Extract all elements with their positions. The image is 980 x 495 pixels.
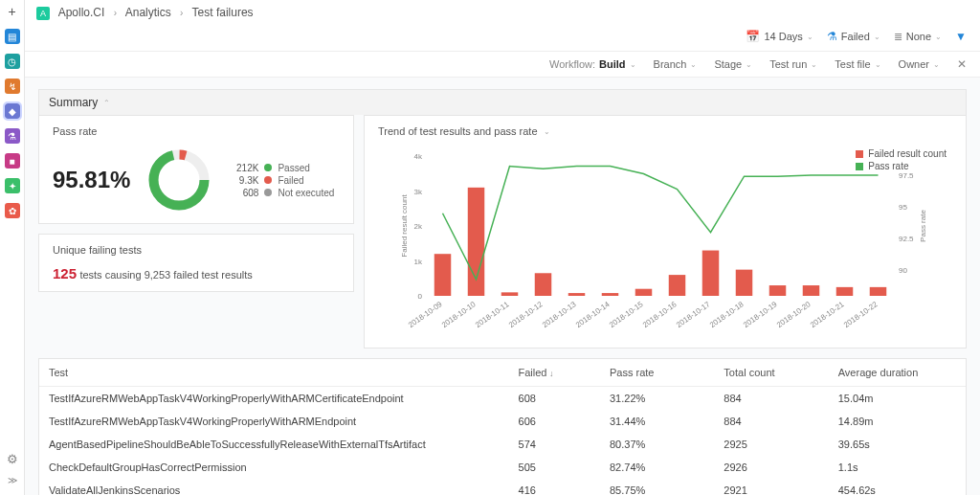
nav-item2-icon[interactable]: ✦ (5, 178, 20, 193)
cell-passrate: 85.75% (600, 479, 714, 495)
card-title[interactable]: Trend of test results and pass rate ⌄ (378, 125, 952, 137)
table-row[interactable]: TestIfAzureRMWebAppTaskV4WorkingProperly… (39, 387, 966, 411)
svg-text:95: 95 (899, 203, 907, 212)
content-scroll: Summary ⌃ Pass rate 95.81% (25, 78, 980, 495)
pass-rate-value: 95.81% (53, 167, 130, 193)
cell-total: 2926 (714, 456, 828, 479)
card-title: Pass rate (53, 125, 340, 137)
date-range-picker[interactable]: 📅 14 Days ⌄ (746, 30, 813, 43)
nav-item3-icon[interactable]: ✿ (5, 203, 20, 218)
svg-text:2k: 2k (414, 222, 423, 231)
legend-swatch-green (856, 163, 863, 170)
svg-rect-16 (568, 293, 586, 296)
legend-swatch-red (856, 150, 863, 158)
filter-owner[interactable]: Owner⌄ (899, 58, 940, 70)
crumb-page: Test failures (192, 6, 254, 19)
cell-avg: 14.89m (829, 410, 966, 433)
collapse-icon[interactable]: ≫ (5, 472, 20, 487)
svg-text:2018-10-19: 2018-10-19 (742, 300, 779, 329)
table-row[interactable]: ValidateAllJenkinsScenarios41685.75%2921… (39, 479, 966, 495)
col-test[interactable]: Test (39, 359, 509, 387)
legend-dot (264, 189, 272, 196)
nav-repos-icon[interactable]: ◷ (5, 54, 20, 69)
col-avg[interactable]: Average duration (829, 359, 966, 387)
cell-passrate: 31.44% (600, 410, 714, 433)
cell-passrate: 80.37% (600, 433, 714, 456)
crumb-project[interactable]: Apollo.CI (58, 6, 105, 19)
add-icon[interactable]: + (5, 4, 20, 19)
cell-total: 884 (714, 410, 828, 433)
nav-item-icon[interactable]: ■ (5, 153, 20, 169)
cell-total: 2925 (714, 433, 828, 456)
col-passrate[interactable]: Pass rate (600, 359, 714, 387)
svg-rect-17 (602, 293, 619, 296)
legend-count: 212K (228, 163, 258, 173)
legend-label: Failed (278, 175, 303, 186)
svg-rect-22 (769, 285, 787, 296)
gear-icon[interactable]: ⚙ (5, 451, 20, 466)
pass-rate-legend: 212KPassed9.3KFailed608Not executed (228, 161, 334, 200)
cell-total: 2921 (714, 479, 828, 495)
svg-text:90: 90 (899, 266, 907, 275)
chevron-down-icon: ⌄ (544, 127, 550, 136)
cell-passrate: 82.74% (600, 456, 714, 479)
chevron-down-icon: ⌄ (874, 33, 880, 41)
svg-rect-24 (836, 287, 854, 296)
filter-stage[interactable]: Stage⌄ (714, 58, 752, 70)
svg-text:2018-10-10: 2018-10-10 (440, 300, 478, 329)
filter-testfile[interactable]: Test file⌄ (835, 58, 880, 70)
chevron-down-icon: ⌄ (807, 33, 813, 41)
cell-avg: 1.1s (829, 456, 966, 479)
cell-test: AgentBasedPipelineShouldBeAbleToSuccessf… (39, 433, 509, 456)
chevron-right-icon: › (114, 8, 117, 18)
cell-avg: 454.62s (829, 479, 966, 495)
cell-failed: 505 (509, 456, 600, 479)
nav-boards-icon[interactable]: ▤ (5, 29, 20, 44)
table-row[interactable]: AgentBasedPipelineShouldBeAbleToSuccessf… (39, 433, 966, 456)
filter-bar: Workflow: Build ⌄ Branch⌄ Stage⌄ Test ru… (25, 51, 980, 78)
svg-rect-23 (803, 285, 820, 296)
table-row[interactable]: CheckDefaultGroupHasCorrectPermission505… (39, 456, 966, 479)
chevron-down-icon: ⌄ (935, 33, 942, 41)
unique-failing-card: Unique failing tests 125 tests causing 9… (38, 234, 354, 292)
trend-chart: 01k2k3k4k9092.59597.52018-10-092018-10-1… (378, 146, 952, 338)
filter-branch[interactable]: Branch⌄ (654, 58, 698, 70)
col-total[interactable]: Total count (714, 359, 828, 387)
group-by-filter[interactable]: ≣ None ⌄ (894, 31, 942, 43)
chart-legend: Failed result count Pass rate (856, 146, 947, 173)
chevron-right-icon: › (180, 8, 183, 18)
cell-passrate: 31.22% (600, 387, 714, 411)
top-controls: 📅 14 Days ⌄ ⚗ Failed ⌄ ≣ None ⌄ ▼ (25, 26, 980, 51)
filter-workflow[interactable]: Workflow: Build ⌄ (549, 58, 636, 70)
card-title: Unique failing tests (53, 244, 340, 256)
nav-tests-icon[interactable]: ◆ (5, 103, 20, 119)
table-row[interactable]: TestIfAzureRMWebAppTaskV4WorkingProperly… (39, 410, 966, 433)
close-icon[interactable]: ✕ (957, 57, 967, 71)
col-failed[interactable]: Failed (509, 359, 600, 387)
chevron-down-icon: ⌄ (875, 60, 881, 69)
crumb-section[interactable]: Analytics (125, 6, 171, 19)
chevron-up-icon: ⌃ (103, 99, 110, 107)
flask-icon: ⚗ (827, 30, 837, 43)
nav-artifacts-icon[interactable]: ⚗ (5, 128, 20, 144)
filter-testrun[interactable]: Test run⌄ (769, 58, 817, 70)
cell-test: ValidateAllJenkinsScenarios (39, 479, 509, 495)
nav-pipelines-icon[interactable]: ↯ (5, 79, 20, 94)
project-badge[interactable]: A (36, 7, 50, 20)
legend-dot (264, 176, 272, 184)
summary-header[interactable]: Summary ⌃ (38, 89, 967, 115)
cell-failed: 416 (509, 479, 600, 495)
legend-label: Not executed (278, 188, 334, 198)
chevron-down-icon: ⌄ (630, 60, 636, 69)
svg-text:2018-10-14: 2018-10-14 (574, 300, 612, 329)
filter-icon[interactable]: ▼ (955, 30, 967, 43)
outcome-filter[interactable]: ⚗ Failed ⌄ (827, 30, 880, 43)
legend-label: Passed (278, 163, 309, 173)
legend-count: 608 (228, 188, 258, 198)
trend-card: Trend of test results and pass rate ⌄ Fa… (364, 115, 967, 349)
chevron-down-icon: ⌄ (690, 60, 697, 69)
chevron-down-icon: ⌄ (933, 60, 940, 69)
svg-text:2018-10-18: 2018-10-18 (708, 300, 746, 329)
left-nav: + ▤ ◷ ↯ ◆ ⚗ ■ ✦ ✿ ⚙ ≫ (0, 0, 25, 495)
svg-rect-21 (736, 270, 753, 296)
